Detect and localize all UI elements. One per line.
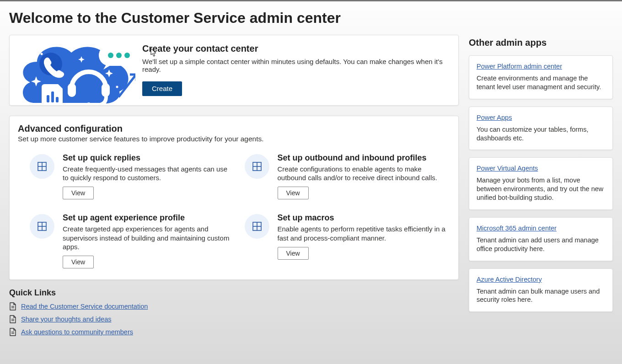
side-column: Other admin apps Power Platform admin ce…: [469, 35, 613, 319]
hero-title: Create your contact center: [142, 43, 449, 54]
quick-link-feedback[interactable]: Share your thoughts and ideas: [21, 316, 112, 323]
grid-icon: [30, 154, 54, 179]
quick-links-heading: Quick Links: [9, 288, 459, 298]
svg-rect-9: [47, 95, 49, 102]
advanced-heading: Advanced configuration: [18, 123, 450, 134]
app-card-m365: Microsoft 365 admin center Tenant admin …: [469, 217, 613, 261]
grid-icon: [30, 214, 54, 239]
document-icon: [9, 328, 16, 336]
document-icon: [9, 315, 16, 323]
quick-links-section: Quick Links Read the Customer Service do…: [9, 288, 459, 336]
adv-item-description: Enable agents to perform repetitive task…: [278, 225, 446, 242]
app-description: You can customize your tables, forms, da…: [477, 125, 605, 143]
quick-link-documentation[interactable]: Read the Customer Service documentation: [21, 303, 148, 310]
app-description: Create environments and manage the tenan…: [477, 74, 605, 91]
adv-item-title: Set up quick replies: [63, 153, 231, 163]
app-link-power-apps[interactable]: Power Apps: [477, 114, 512, 121]
quick-link-row: Ask questions to community members: [9, 328, 459, 336]
app-card-power-apps: Power Apps You can customize your tables…: [469, 107, 613, 150]
app-card-pva: Power Virtual Agents Manage your bots fr…: [469, 157, 613, 210]
view-button[interactable]: View: [63, 256, 94, 268]
app-card-aad: Azure Active Directory Tenant admin can …: [469, 268, 613, 312]
adv-item-title: Set up macros: [278, 213, 446, 223]
svg-point-6: [108, 53, 113, 58]
quick-link-row: Share your thoughts and ideas: [9, 315, 459, 323]
advanced-subheading: Set up more customer service features to…: [18, 135, 450, 143]
window-top-strip: [0, 0, 622, 1]
hero-description: We'll set up a simple contact center wit…: [142, 58, 449, 73]
svg-rect-1: [68, 83, 76, 97]
quick-link-community[interactable]: Ask questions to community members: [21, 328, 133, 336]
adv-item-quick-replies: Set up quick replies Create frequently-u…: [30, 152, 231, 199]
app-link-power-virtual-agents[interactable]: Power Virtual Agents: [477, 165, 538, 172]
adv-item-title: Set up agent experience profile: [63, 213, 231, 223]
app-link-azure-ad[interactable]: Azure Active Directory: [477, 276, 542, 283]
hero-card: Create your contact center We'll set up …: [9, 35, 459, 106]
adv-item-agent-experience: Set up agent experience profile Create t…: [30, 212, 231, 268]
svg-point-7: [116, 53, 122, 58]
app-description: Manage your bots from a list, move betwe…: [477, 176, 605, 202]
svg-rect-2: [102, 83, 110, 97]
adv-item-description: Create frequently-used messages that age…: [63, 165, 231, 182]
adv-item-description: Create configurations to enable agents t…: [278, 165, 446, 182]
svg-point-12: [41, 53, 43, 55]
adv-item-title: Set up outbound and inbound profiles: [278, 153, 446, 163]
svg-rect-11: [56, 97, 59, 102]
grid-icon: [245, 214, 269, 239]
svg-rect-10: [51, 91, 54, 102]
view-button[interactable]: View: [63, 187, 94, 199]
hero-illustration: [10, 35, 142, 105]
app-link-power-platform[interactable]: Power Platform admin center: [477, 63, 562, 70]
adv-item-macros: Set up macros Enable agents to perform r…: [245, 212, 446, 268]
app-link-m365-admin[interactable]: Microsoft 365 admin center: [477, 225, 557, 232]
adv-item-description: Create targeted app experiences for agen…: [63, 225, 231, 251]
adv-item-profiles: Set up outbound and inbound profiles Cre…: [245, 152, 446, 199]
view-button[interactable]: View: [278, 247, 309, 260]
advanced-config-card: Advanced configuration Set up more custo…: [9, 116, 459, 280]
create-button[interactable]: Create: [142, 81, 182, 96]
app-description: Tenant admin can bulk manage users and s…: [477, 287, 605, 305]
main-column: Create your contact center We'll set up …: [9, 35, 459, 341]
svg-point-13: [116, 86, 118, 88]
page-title: Welcome to the Customer Service admin ce…: [9, 10, 613, 27]
svg-point-8: [124, 53, 130, 58]
app-description: Tenant admin can add users and manage of…: [477, 236, 605, 253]
app-card-power-platform: Power Platform admin center Create envir…: [469, 55, 613, 99]
other-apps-heading: Other admin apps: [469, 37, 613, 48]
quick-link-row: Read the Customer Service documentation: [9, 302, 459, 310]
document-icon: [9, 302, 16, 310]
grid-icon: [245, 154, 269, 179]
view-button[interactable]: View: [278, 187, 309, 199]
